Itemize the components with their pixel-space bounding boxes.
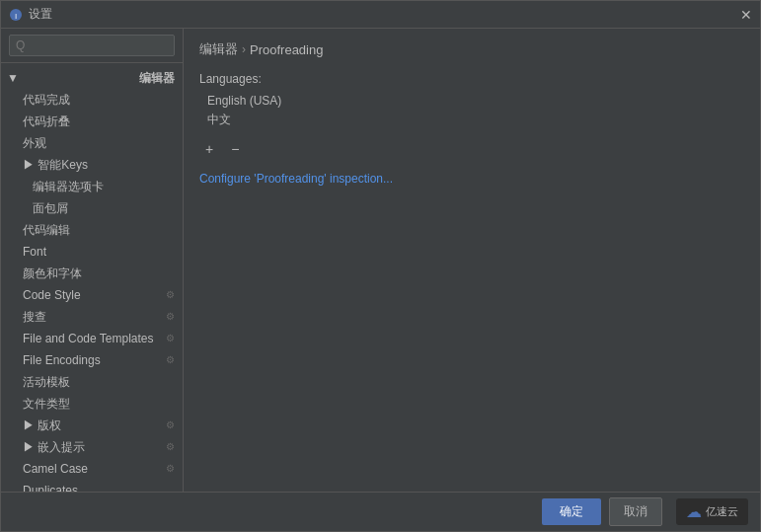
right-panel: 编辑器 › Proofreading Languages: English (U… — [184, 29, 760, 492]
close-button[interactable]: ✕ — [740, 7, 752, 23]
lang-item-en-us[interactable]: English (USA) — [199, 92, 744, 110]
breadcrumb-separator: › — [242, 42, 246, 56]
yiyun-badge: ☁ 亿速云 — [676, 498, 748, 525]
search-label: 搜查 — [23, 308, 46, 326]
gear-icon-file-code-templates: ⚙ — [166, 330, 175, 347]
lang-toolbar: + − — [199, 140, 744, 158]
gear-icon-file-encodings: ⚙ — [166, 351, 175, 369]
smart-keys-label: ▶ 智能Keys — [23, 156, 88, 174]
code-folding-label: 代码折叠 — [23, 113, 70, 130]
sidebar-item-search[interactable]: 搜查 ⚙ — [1, 306, 183, 328]
file-types-label: 文件类型 — [23, 395, 70, 413]
code-style-label: Code Style — [23, 286, 81, 304]
sidebar: ▼ 编辑器 代码完成 代码折叠 外观 ▶ 智能Keys 编辑器选项卡 — [1, 29, 184, 492]
window-title: 设置 — [29, 6, 52, 23]
live-templates-label: 活动模板 — [23, 373, 70, 391]
color-font-label: 颜色和字体 — [23, 265, 82, 282]
gear-icon-copyright: ⚙ — [166, 417, 175, 434]
gear-icon-inlay-hints: ⚙ — [166, 438, 175, 456]
app-icon: I — [9, 8, 23, 22]
sidebar-item-duplicates[interactable]: Duplicates — [1, 480, 183, 492]
sidebar-item-editor-group[interactable]: ▼ 编辑器 — [1, 67, 183, 89]
inlay-hints-label: ▶ 嵌入提示 — [23, 438, 85, 456]
font-label: Font — [23, 243, 46, 261]
breadcrumb-parent: 编辑器 — [199, 40, 238, 58]
cloud-icon: ☁ — [686, 502, 702, 521]
file-encodings-label: File Encodings — [23, 351, 101, 369]
add-language-button[interactable]: + — [199, 140, 219, 158]
sidebar-item-breadcrumb[interactable]: 面包屑 — [1, 197, 183, 219]
sidebar-item-copyright[interactable]: ▶ 版权 ⚙ — [1, 415, 183, 436]
sidebar-item-font[interactable]: Font — [1, 241, 183, 263]
gear-icon-code-style: ⚙ — [166, 286, 175, 304]
appearance-label: 外观 — [23, 134, 46, 152]
ok-button[interactable]: 确定 — [542, 498, 601, 525]
code-completion-label: 代码完成 — [23, 91, 70, 109]
sidebar-item-code-editing[interactable]: 代码编辑 — [1, 219, 183, 241]
sidebar-item-code-style[interactable]: Code Style ⚙ — [1, 284, 183, 306]
breadcrumb-current: Proofreading — [250, 42, 323, 57]
sidebar-item-appearance[interactable]: 外观 — [1, 132, 183, 154]
breadcrumb: 编辑器 › Proofreading — [199, 40, 744, 58]
editor-tabs-label: 编辑器选项卡 — [33, 178, 104, 195]
gear-icon-search: ⚙ — [166, 308, 175, 326]
configure-inspection-link[interactable]: Configure 'Proofreading' inspection... — [199, 172, 744, 186]
sidebar-item-file-code-templates[interactable]: File and Code Templates ⚙ — [1, 328, 183, 349]
sidebar-item-editor-tabs[interactable]: 编辑器选项卡 — [1, 176, 183, 197]
sidebar-item-color-font[interactable]: 颜色和字体 — [1, 263, 183, 284]
languages-label: Languages: — [199, 72, 744, 86]
file-code-templates-label: File and Code Templates — [23, 330, 154, 347]
sidebar-tree: ▼ 编辑器 代码完成 代码折叠 外观 ▶ 智能Keys 编辑器选项卡 — [1, 63, 183, 492]
main-content: ▼ 编辑器 代码完成 代码折叠 外观 ▶ 智能Keys 编辑器选项卡 — [1, 29, 760, 492]
settings-window: I 设置 ✕ ▼ 编辑器 代码完成 代码折叠 外 — [0, 0, 761, 532]
lang-item-zh[interactable]: 中文 — [199, 110, 744, 130]
sidebar-item-code-folding[interactable]: 代码折叠 — [1, 111, 183, 132]
cancel-button[interactable]: 取消 — [609, 497, 662, 526]
editor-group-arrow: ▼ — [7, 69, 19, 87]
editor-group-label: 编辑器 — [139, 69, 175, 87]
remove-language-button[interactable]: − — [225, 140, 245, 158]
gear-icon-camel-case: ⚙ — [166, 460, 175, 478]
svg-text:I: I — [15, 12, 17, 21]
yiyun-label: 亿速云 — [706, 504, 738, 519]
sidebar-item-inlay-hints[interactable]: ▶ 嵌入提示 ⚙ — [1, 436, 183, 458]
sidebar-item-code-completion[interactable]: 代码完成 — [1, 89, 183, 111]
title-bar: I 设置 ✕ — [1, 1, 760, 29]
sidebar-item-file-types[interactable]: 文件类型 — [1, 393, 183, 415]
search-input[interactable] — [9, 35, 175, 56]
breadcrumb-item-label: 面包屑 — [33, 199, 68, 217]
title-bar-left: I 设置 — [9, 6, 52, 23]
code-editing-label: 代码编辑 — [23, 221, 70, 239]
camel-case-label: Camel Case — [23, 460, 88, 478]
sidebar-item-camel-case[interactable]: Camel Case ⚙ — [1, 458, 183, 480]
duplicates-label: Duplicates — [23, 482, 78, 492]
copyright-label: ▶ 版权 — [23, 417, 61, 434]
sidebar-item-file-encodings[interactable]: File Encodings ⚙ — [1, 349, 183, 371]
search-box — [1, 29, 183, 63]
sidebar-item-live-templates[interactable]: 活动模板 — [1, 371, 183, 393]
bottom-bar: 确定 取消 ☁ 亿速云 — [1, 492, 760, 531]
sidebar-item-smart-keys[interactable]: ▶ 智能Keys — [1, 154, 183, 176]
